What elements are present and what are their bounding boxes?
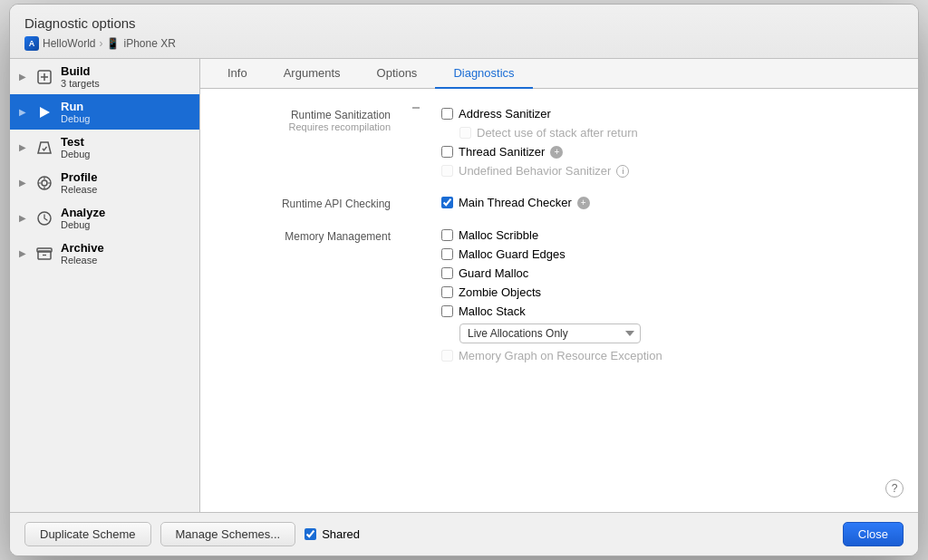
build-label: Build <box>61 64 100 78</box>
run-label: Run <box>61 100 90 113</box>
test-sub: Debug <box>61 149 90 159</box>
malloc-scribble-label: Malloc Scribble <box>459 228 538 242</box>
shared-area: Shared <box>304 527 360 541</box>
main-thread-checker-add-badge[interactable]: + <box>577 197 590 209</box>
tab-bar: Info Arguments Options Diagnostics <box>200 59 918 89</box>
analyze-sub: Debug <box>61 219 105 230</box>
test-label: Test <box>61 135 90 149</box>
tab-arguments[interactable]: Arguments <box>266 59 359 89</box>
sidebar: ▶ Build 3 targets ▶ Run Debug <box>10 59 200 512</box>
address-sanitizer-label: Address Sanitizer <box>459 107 551 121</box>
breadcrumb-separator: › <box>99 37 102 50</box>
runtime-api-label: Runtime API Checking <box>227 196 391 210</box>
malloc-scribble-row: Malloc Scribble <box>441 228 891 242</box>
build-sub: 3 targets <box>61 78 100 89</box>
tab-diagnostics[interactable]: Diagnostics <box>435 59 532 89</box>
guard-malloc-row: Guard Malloc <box>441 266 891 280</box>
memory-management-section: Memory Management Malloc Scribble Malloc… <box>227 228 891 362</box>
main-thread-checker-row: Main Thread Checker + <box>441 196 891 209</box>
malloc-guard-row: Malloc Guard Edges <box>441 247 891 261</box>
thread-sanitizer-add-badge[interactable]: + <box>550 146 563 159</box>
zombie-objects-checkbox[interactable] <box>441 286 453 298</box>
undefined-behavior-info-badge[interactable]: i <box>616 165 629 178</box>
tab-options[interactable]: Options <box>359 59 436 89</box>
main-thread-checker-checkbox[interactable] <box>441 197 453 208</box>
close-button[interactable]: Close <box>843 522 904 546</box>
malloc-scribble-checkbox[interactable] <box>441 229 453 241</box>
sidebar-item-test[interactable]: ▶ Test Debug <box>10 130 199 165</box>
main-thread-checker-label: Main Thread Checker <box>459 196 572 209</box>
archive-label: Archive <box>61 241 104 255</box>
zombie-objects-row: Zombie Objects <box>441 285 891 299</box>
archive-icon <box>35 245 53 263</box>
expand-arrow-analyze: ▶ <box>19 213 26 223</box>
bottom-bar: Duplicate Scheme Manage Schemes... Share… <box>10 512 918 555</box>
malloc-guard-label: Malloc Guard Edges <box>459 247 566 261</box>
sidebar-item-analyze[interactable]: ▶ Analyze Debug <box>10 200 199 236</box>
undefined-behavior-checkbox[interactable] <box>441 165 453 177</box>
profile-icon <box>35 174 53 192</box>
expand-arrow-profile: ▶ <box>19 178 26 188</box>
detect-stack-row: Detect use of stack after return <box>459 126 891 140</box>
sidebar-item-run[interactable]: ▶ Run Debug <box>10 94 199 130</box>
dialog-title: Diagnostic options <box>24 15 904 31</box>
sidebar-item-profile[interactable]: ▶ Profile Release <box>10 165 199 200</box>
detect-stack-checkbox[interactable] <box>459 127 471 139</box>
scheme-editor-dialog: Diagnostic options A HelloWorld › 📱 iPho… <box>9 4 919 556</box>
malloc-stack-row: Malloc Stack <box>441 304 891 318</box>
address-sanitizer-checkbox[interactable] <box>441 108 453 120</box>
svg-marker-1 <box>40 107 50 118</box>
malloc-guard-checkbox[interactable] <box>441 248 453 260</box>
main-content: ▶ Build 3 targets ▶ Run Debug <box>10 59 918 512</box>
memory-graph-row: Memory Graph on Resource Exception <box>441 349 891 362</box>
build-icon <box>35 68 53 86</box>
expand-arrow-archive: ▶ <box>19 248 26 258</box>
device-icon: 📱 <box>106 37 120 50</box>
runtime-sanitization-section: Runtime Sanitization Requires recompilat… <box>227 107 891 178</box>
guard-malloc-checkbox[interactable] <box>441 267 453 279</box>
guard-malloc-label: Guard Malloc <box>459 266 528 280</box>
archive-sub: Release <box>61 255 104 266</box>
shared-label: Shared <box>322 527 360 541</box>
thread-sanitizer-label: Thread Sanitizer <box>459 145 545 159</box>
runtime-api-section: Runtime API Checking Main Thread Checker… <box>227 196 891 210</box>
profile-sub: Release <box>61 184 97 195</box>
expand-arrow-build: ▶ <box>19 72 26 82</box>
diagnostics-panel: Runtime Sanitization Requires recompilat… <box>200 89 918 512</box>
expand-arrow-test: ▶ <box>19 142 26 152</box>
address-sanitizer-row: Address Sanitizer <box>441 107 891 121</box>
title-bar: Diagnostic options A HelloWorld › 📱 iPho… <box>10 5 918 59</box>
profile-label: Profile <box>61 170 97 184</box>
memory-graph-checkbox[interactable] <box>441 350 453 362</box>
zombie-objects-label: Zombie Objects <box>459 285 541 299</box>
tab-info[interactable]: Info <box>209 59 266 89</box>
run-sub: Debug <box>61 113 90 124</box>
malloc-stack-dropdown-row: Live Allocations Only All Allocations an… <box>441 323 891 343</box>
shared-checkbox[interactable] <box>304 528 316 540</box>
device-name: iPhone XR <box>123 37 175 50</box>
thread-sanitizer-checkbox[interactable] <box>441 146 453 158</box>
undefined-behavior-label: Undefined Behavior Sanitizer <box>459 164 611 178</box>
runtime-sanitization-label: Runtime Sanitization Requires recompilat… <box>227 107 391 132</box>
detect-stack-label: Detect use of stack after return <box>477 126 638 140</box>
breadcrumb: A HelloWorld › 📱 iPhone XR <box>24 36 904 51</box>
malloc-stack-checkbox[interactable] <box>441 305 453 317</box>
svg-point-3 <box>42 180 47 186</box>
undefined-behavior-row: Undefined Behavior Sanitizer i <box>441 164 891 178</box>
api-controls: Main Thread Checker + <box>441 196 891 209</box>
svg-rect-6 <box>37 248 52 252</box>
analyze-label: Analyze <box>61 206 105 219</box>
memory-management-label: Memory Management <box>227 228 391 243</box>
analyze-icon <box>35 209 53 227</box>
xcode-icon: A <box>24 36 39 51</box>
duplicate-scheme-button[interactable]: Duplicate Scheme <box>24 522 151 546</box>
sidebar-item-archive[interactable]: ▶ Archive Release <box>10 236 199 271</box>
sidebar-item-build[interactable]: ▶ Build 3 targets <box>10 59 199 94</box>
expand-arrow-run: ▶ <box>19 107 26 117</box>
malloc-stack-label: Malloc Stack <box>459 304 526 318</box>
manage-schemes-button[interactable]: Manage Schemes... <box>160 522 296 546</box>
sanitization-controls: Address Sanitizer Detect use of stack af… <box>441 107 891 178</box>
malloc-stack-dropdown[interactable]: Live Allocations Only All Allocations an… <box>459 323 641 343</box>
help-button[interactable]: ? <box>885 479 904 497</box>
test-icon <box>35 139 53 157</box>
